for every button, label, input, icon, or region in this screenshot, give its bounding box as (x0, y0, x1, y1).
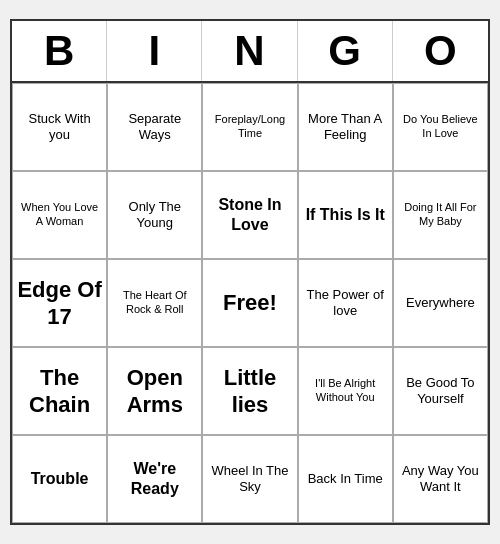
bingo-cell-14: Everywhere (393, 259, 488, 347)
bingo-letter-n: N (202, 21, 297, 81)
bingo-cell-19: Be Good To Yourself (393, 347, 488, 435)
bingo-cell-17: Little lies (202, 347, 297, 435)
bingo-cell-11: The Heart Of Rock & Roll (107, 259, 202, 347)
bingo-cell-5: When You Love A Woman (12, 171, 107, 259)
bingo-header: BINGO (12, 21, 488, 83)
bingo-cell-0: Stuck With you (12, 83, 107, 171)
bingo-cell-6: Only The Young (107, 171, 202, 259)
bingo-cell-20: Trouble (12, 435, 107, 523)
bingo-cell-13: The Power of love (298, 259, 393, 347)
bingo-cell-9: Doing It All For My Baby (393, 171, 488, 259)
bingo-cell-1: Separate Ways (107, 83, 202, 171)
bingo-cell-8: If This Is It (298, 171, 393, 259)
bingo-cell-12: Free! (202, 259, 297, 347)
bingo-letter-g: G (298, 21, 393, 81)
bingo-cell-24: Any Way You Want It (393, 435, 488, 523)
bingo-letter-b: B (12, 21, 107, 81)
bingo-cell-23: Back In Time (298, 435, 393, 523)
bingo-cell-7: Stone In Love (202, 171, 297, 259)
bingo-letter-i: I (107, 21, 202, 81)
bingo-cell-18: I'll Be Alright Without You (298, 347, 393, 435)
bingo-cell-4: Do You Believe In Love (393, 83, 488, 171)
bingo-card: BINGO Stuck With youSeparate WaysForepla… (10, 19, 490, 525)
bingo-cell-3: More Than A Feeling (298, 83, 393, 171)
bingo-cell-22: Wheel In The Sky (202, 435, 297, 523)
bingo-letter-o: O (393, 21, 488, 81)
bingo-cell-16: Open Arms (107, 347, 202, 435)
bingo-cell-2: Foreplay/Long Time (202, 83, 297, 171)
bingo-grid: Stuck With youSeparate WaysForeplay/Long… (12, 83, 488, 523)
bingo-cell-15: The Chain (12, 347, 107, 435)
bingo-cell-21: We're Ready (107, 435, 202, 523)
bingo-cell-10: Edge Of 17 (12, 259, 107, 347)
